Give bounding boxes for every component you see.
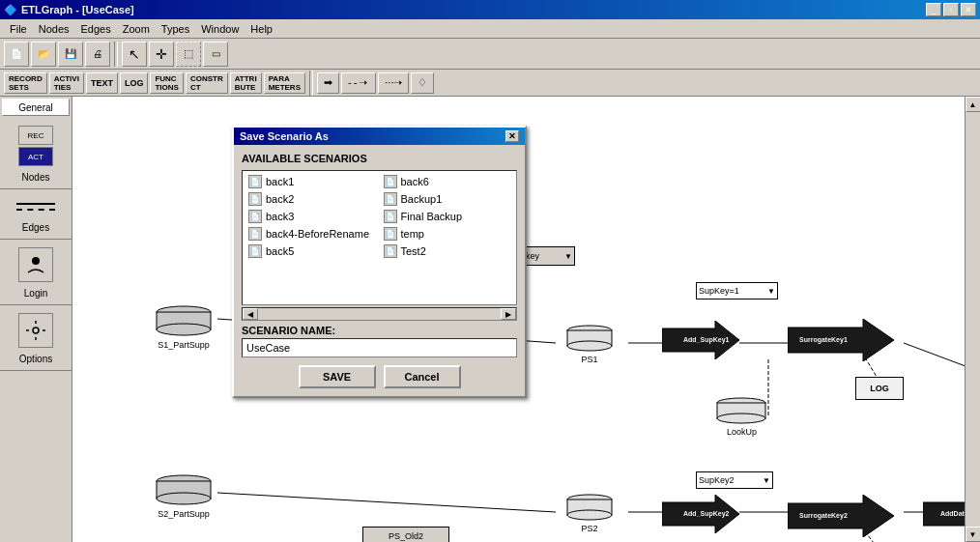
scenario-icon-finalbackup: 📄: [384, 210, 397, 223]
login-icon[interactable]: [18, 247, 53, 282]
diamond-arrow-btn[interactable]: ♢: [411, 72, 434, 94]
scenario-temp-label: temp: [401, 228, 424, 240]
print-button[interactable]: 🖨: [85, 42, 110, 67]
attribute-btn[interactable]: ATTRIBUTE: [230, 72, 262, 94]
construct-btn[interactable]: CONSTRCT: [186, 72, 228, 94]
scenario-finalbackup[interactable]: 📄 Final Backup: [380, 208, 515, 225]
close-btn[interactable]: ✕: [961, 3, 976, 16]
scenario-test2[interactable]: 📄 Test2: [380, 242, 515, 260]
scenario-back2[interactable]: 📄 back2: [245, 190, 380, 208]
right-scrollbar: ▲ ▼: [965, 97, 980, 542]
log-btn[interactable]: LOG: [120, 72, 149, 94]
title-bar: 🔷 ETLGraph - [UseCase] _ ▫ ✕: [0, 0, 980, 19]
scenario-back6[interactable]: 📄 back6: [380, 173, 515, 190]
list-scrollbar[interactable]: ◀ ▶: [242, 307, 517, 321]
dialog-close-btn[interactable]: ✕: [505, 130, 519, 142]
general-tab[interactable]: General: [2, 99, 70, 116]
options-section: Options: [0, 305, 72, 371]
scenario-finalbackup-label: Final Backup: [401, 211, 463, 222]
scenario-icon-back2: 📄: [248, 192, 262, 206]
toolbar1: 📄 📂 💾 🖨 ↖ ✛ ⬚ ▭: [0, 39, 980, 70]
functions-btn[interactable]: FUNCTIONS: [150, 72, 183, 94]
canvas-area[interactable]: S1_PartSupp S2_PartSupp PS New1.Pkey ▼ P…: [72, 97, 965, 542]
window-title: ETLGraph - [UseCase]: [21, 4, 134, 15]
scenario-back4[interactable]: 📄 back4-BeforeRename: [245, 225, 380, 242]
scenario-back5-label: back5: [266, 245, 294, 257]
save-scenario-dialog: Save Scenario As ✕ AVAILABLE SCENARIOS 📄…: [232, 126, 527, 398]
add-tool[interactable]: ✛: [149, 42, 174, 67]
scenario-back5[interactable]: 📄 back5: [245, 242, 380, 260]
solid-arrow-btn[interactable]: ➡: [317, 72, 339, 94]
new-button[interactable]: 📄: [4, 42, 29, 67]
rect-select-tool[interactable]: ⬚: [176, 42, 201, 67]
scenarios-list[interactable]: 📄 back1 📄 back6 📄 back2 📄: [242, 170, 517, 305]
node-icon-2[interactable]: ACT: [18, 147, 53, 166]
record-sets-btn[interactable]: RECORDSETS: [4, 72, 47, 94]
scroll-up-btn[interactable]: ▲: [966, 97, 981, 112]
menu-file[interactable]: File: [4, 21, 33, 37]
nodes-section: REC ACT Nodes: [0, 118, 72, 189]
left-panel: General REC ACT Nodes Edges Login: [0, 97, 72, 542]
scenario-back1-label: back1: [266, 176, 294, 187]
dialog-title-text: Save Scenario As: [240, 130, 329, 142]
svg-point-1: [33, 328, 39, 333]
select-tool[interactable]: ↖: [122, 42, 147, 67]
scenario-back3-label: back3: [266, 211, 294, 222]
menu-types[interactable]: Types: [156, 21, 195, 37]
app-icon: 🔷: [4, 4, 17, 16]
scroll-track: [258, 308, 501, 320]
menu-edges[interactable]: Edges: [75, 21, 117, 37]
dashed-arrow-btn[interactable]: ‑‑➝: [341, 72, 376, 94]
dashed-edge-icon: [16, 209, 55, 211]
menu-help[interactable]: Help: [245, 21, 278, 37]
menu-nodes[interactable]: Nodes: [33, 21, 75, 37]
save-dialog-btn[interactable]: SAVE: [299, 365, 376, 388]
dialog-buttons: SAVE Cancel: [242, 365, 517, 388]
scenario-test2-label: Test2: [401, 245, 426, 257]
edges-label: Edges: [22, 222, 49, 233]
scenario-back3[interactable]: 📄 back3: [245, 208, 380, 225]
toolbar2: RECORDSETS ACTIVITIES TEXT LOG FUNCTIONS…: [0, 70, 980, 97]
scenario-icon-test2: 📄: [384, 244, 397, 258]
scenario-icon-back3: 📄: [248, 210, 262, 223]
main-layout: General REC ACT Nodes Edges Login: [0, 97, 980, 542]
dialog-overlay: Save Scenario As ✕ AVAILABLE SCENARIOS 📄…: [72, 97, 965, 542]
options-icon[interactable]: [18, 313, 53, 348]
scenario-backup1-label: Backup1: [401, 193, 443, 205]
parameters-btn[interactable]: PARAMETERS: [264, 72, 305, 94]
menu-window[interactable]: Window: [195, 21, 245, 37]
activities-btn[interactable]: ACTIVITIES: [49, 72, 84, 94]
scenario-back1[interactable]: 📄 back1: [245, 173, 380, 190]
scenario-name-input[interactable]: [242, 338, 517, 357]
scenario-backup1[interactable]: 📄 Backup1: [380, 190, 515, 208]
rect-node-tool[interactable]: ▭: [203, 42, 228, 67]
menu-bar: File Nodes Edges Zoom Types Window Help: [0, 19, 980, 39]
svg-point-0: [32, 257, 40, 265]
cancel-dialog-btn[interactable]: Cancel: [384, 365, 461, 388]
text-btn[interactable]: TEXT: [86, 72, 118, 94]
separator2: [309, 71, 313, 96]
scroll-right-btn[interactable]: ▶: [501, 308, 516, 320]
node-icon-1[interactable]: REC: [18, 126, 53, 145]
scroll-down-btn[interactable]: ▼: [966, 527, 981, 542]
scenario-name-label: SCENARIO NAME:: [242, 325, 517, 336]
open-button[interactable]: 📂: [31, 42, 56, 67]
restore-btn[interactable]: ▫: [943, 3, 959, 16]
available-scenarios-title: AVAILABLE SCENARIOS: [242, 153, 517, 164]
save-button[interactable]: 💾: [58, 42, 83, 67]
scenario-icon-temp: 📄: [384, 227, 397, 241]
nodes-label: Nodes: [22, 172, 50, 183]
scroll-left-btn[interactable]: ◀: [243, 308, 258, 320]
edges-section: Edges: [0, 189, 72, 240]
dotted-arrow-btn[interactable]: ···➝: [378, 72, 409, 94]
login-section: Login: [0, 240, 72, 305]
minimize-btn[interactable]: _: [926, 3, 941, 16]
scenario-temp[interactable]: 📄 temp: [380, 225, 515, 242]
scenario-icon-back6: 📄: [384, 175, 397, 188]
scenario-back4-label: back4-BeforeRename: [266, 228, 369, 240]
scenario-back2-label: back2: [266, 193, 294, 205]
scenario-icon-back5: 📄: [248, 244, 262, 258]
menu-zoom[interactable]: Zoom: [117, 21, 156, 37]
options-label: Options: [19, 354, 52, 364]
scenario-back6-label: back6: [401, 176, 429, 187]
